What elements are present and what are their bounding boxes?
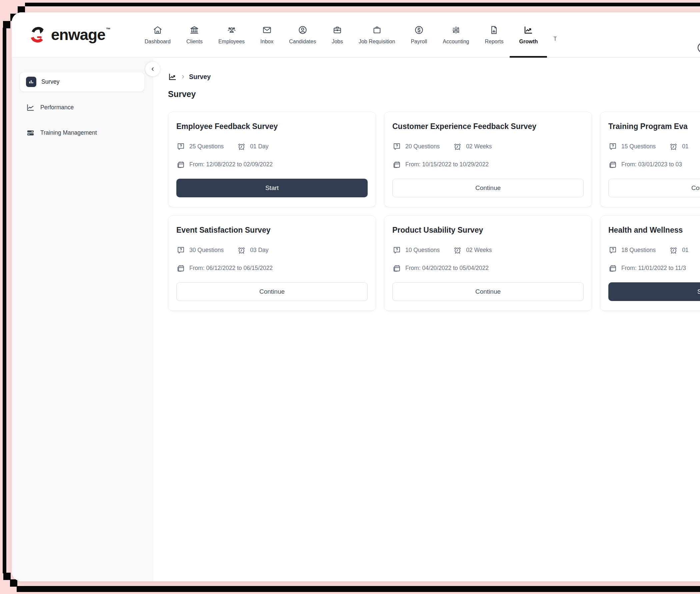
- enwage-logo[interactable]: enwage™: [28, 25, 110, 44]
- survey-continue-button[interactable]: Continue: [176, 282, 368, 301]
- dollar-circle-icon: [414, 25, 424, 35]
- survey-card-grid: Employee Feedback Survey 25 Questions 01…: [168, 112, 700, 311]
- frame-border-left: [3, 28, 6, 573]
- sidebar-item-performance[interactable]: Performance: [26, 103, 74, 112]
- question-bubble-icon: [608, 246, 617, 255]
- nav-item-jobs[interactable]: Jobs: [332, 12, 343, 57]
- survey-card: Health and Wellness 18 Questions 01 From…: [600, 215, 700, 311]
- calendar-icon: [608, 264, 617, 273]
- survey-card-title: Customer Experience Feedback Survey: [392, 121, 584, 131]
- briefcase-simple-icon: [372, 25, 382, 35]
- nav-item-growth[interactable]: Growth: [519, 12, 538, 57]
- sidebar-item-label: Survey: [41, 78, 59, 85]
- nav-item-candidates[interactable]: Candidates: [289, 12, 316, 57]
- survey-continue-button[interactable]: Continue: [608, 179, 700, 197]
- breadcrumb-separator: ›: [182, 72, 184, 81]
- logo-trademark: ™: [106, 27, 111, 32]
- sidebar-item-training-management[interactable]: Training Management: [26, 128, 97, 137]
- survey-card-title: Event Satisfaction Survey: [176, 225, 368, 235]
- enwage-logo-icon: [28, 25, 48, 44]
- survey-card: Customer Experience Feedback Survey 20 Q…: [384, 112, 592, 207]
- sidebar: Survey Performance Training Management: [12, 58, 153, 581]
- nav-item-partial[interactable]: T: [553, 12, 557, 57]
- frame-border-step: [3, 21, 10, 28]
- nav-item-clients[interactable]: Clients: [186, 12, 203, 57]
- briefcase-icon: [332, 25, 342, 35]
- alarm-clock-icon: [237, 142, 246, 151]
- question-bubble-icon: [176, 142, 185, 151]
- calendar-icon: [392, 160, 401, 169]
- chevron-left-icon: ‹: [151, 65, 154, 73]
- top-navigation-bar: enwage™ Dashboard Clients Employees Inbo…: [12, 12, 700, 58]
- calendar-icon: [176, 160, 185, 169]
- nav-item-job-requisition[interactable]: Job Requisition: [359, 12, 395, 57]
- nav-item-dashboard[interactable]: Dashboard: [145, 12, 171, 57]
- survey-card: Product Usability Survey 10 Questions 02…: [384, 215, 592, 311]
- frame-border-step: [3, 573, 11, 580]
- growth-chart-icon: [523, 25, 533, 35]
- mail-icon: [262, 25, 272, 35]
- growth-chart-icon[interactable]: [168, 72, 177, 81]
- user-circle-icon: [298, 25, 308, 35]
- bar-chart-chip-icon: [26, 77, 36, 87]
- survey-continue-button[interactable]: Continue: [392, 282, 584, 301]
- bank-icon: [189, 25, 199, 35]
- page-title: Survey: [168, 89, 700, 99]
- survey-continue-button[interactable]: Continue: [392, 179, 584, 197]
- survey-card-title: Training Program Eva: [608, 121, 700, 131]
- question-bubble-icon: [176, 246, 185, 255]
- nav-item-inbox[interactable]: Inbox: [260, 12, 273, 57]
- main-nav: Dashboard Clients Employees Inbox Candid…: [145, 12, 557, 57]
- question-bubble-icon: [392, 246, 401, 255]
- frame-border-bottom: [17, 586, 700, 592]
- home-icon: [153, 25, 163, 35]
- line-chart-icon: [26, 103, 35, 112]
- calendar-icon: [608, 160, 617, 169]
- app-window: enwage™ Dashboard Clients Employees Inbo…: [12, 12, 700, 581]
- report-document-icon: [489, 25, 499, 35]
- frame-border-step: [10, 579, 17, 587]
- survey-card: Event Satisfaction Survey 30 Questions 0…: [168, 215, 376, 311]
- sidebar-item-survey[interactable]: Survey: [20, 72, 144, 91]
- alarm-clock-icon: [669, 246, 678, 255]
- alarm-clock-icon: [669, 142, 678, 151]
- nav-item-accounting[interactable]: Accounting: [443, 12, 469, 57]
- sidebar-collapse-button[interactable]: ‹: [145, 62, 160, 76]
- stacked-bars-icon: [26, 128, 35, 137]
- survey-card: Employee Feedback Survey 25 Questions 01…: [168, 112, 376, 207]
- nav-item-payroll[interactable]: Payroll: [411, 12, 427, 57]
- nav-item-reports[interactable]: Reports: [485, 12, 503, 57]
- survey-start-button[interactable]: Start: [608, 282, 700, 301]
- frame-border-top: [25, 3, 700, 6]
- logo-wordmark: enwage: [51, 26, 105, 44]
- question-bubble-icon: [608, 142, 617, 151]
- alarm-clock-icon: [453, 246, 462, 255]
- survey-card-title: Product Usability Survey: [392, 225, 584, 235]
- calendar-icon: [392, 264, 401, 273]
- alarm-clock-icon: [237, 246, 246, 255]
- math-operations-icon: [451, 25, 461, 35]
- survey-card-title: Health and Wellness: [608, 225, 700, 235]
- search-icon[interactable]: [696, 42, 700, 55]
- users-icon: [227, 25, 237, 35]
- breadcrumb: › Survey: [168, 72, 700, 81]
- question-bubble-icon: [392, 142, 401, 151]
- calendar-icon: [176, 264, 185, 273]
- survey-card-title: Employee Feedback Survey: [176, 121, 368, 131]
- breadcrumb-current[interactable]: Survey: [189, 73, 211, 81]
- survey-start-button[interactable]: Start: [176, 179, 368, 197]
- main-content: › Survey Survey Employee Feedback Survey…: [153, 58, 700, 581]
- nav-item-employees[interactable]: Employees: [218, 12, 245, 57]
- alarm-clock-icon: [453, 142, 462, 151]
- survey-card: Training Program Eva 15 Questions 01 Fro…: [600, 112, 700, 207]
